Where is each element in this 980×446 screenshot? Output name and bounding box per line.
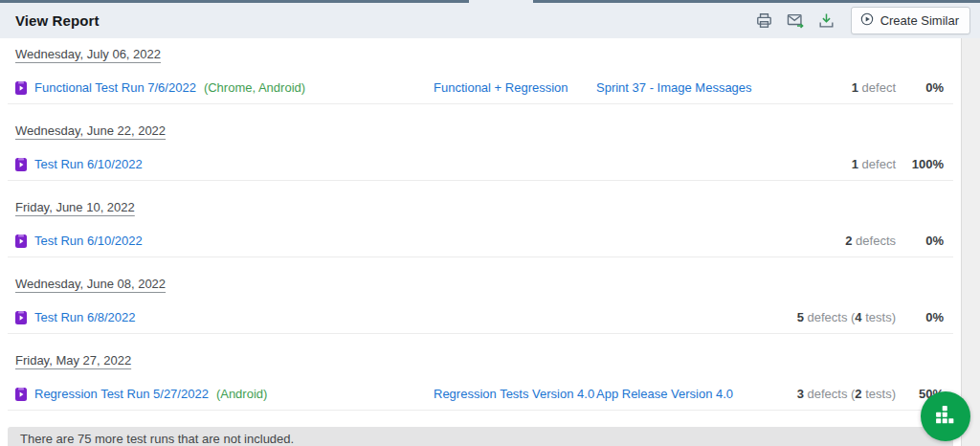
date-group: Wednesday, June 22, 2022 Test Run 6/10/2… xyxy=(0,104,961,181)
defect-count: 1 xyxy=(852,157,858,171)
pass-percent: 0% xyxy=(896,234,944,248)
defects-summary: 5 defects (4 tests) xyxy=(754,310,896,324)
report-blocks-icon xyxy=(935,405,956,429)
defect-count: 3 xyxy=(797,387,804,401)
group-date: Friday, May 27, 2022 xyxy=(15,353,131,368)
play-circle-icon xyxy=(859,11,875,30)
test-run-icon xyxy=(15,81,27,95)
milestone-link[interactable]: Sprint 37 - Image Messages xyxy=(596,80,752,95)
top-border-line xyxy=(0,0,469,3)
defect-count: 5 xyxy=(797,310,804,324)
test-run-link[interactable]: Test Run 6/10/2022 xyxy=(34,234,143,248)
pass-percent: 100% xyxy=(896,157,944,171)
reports-fab-button[interactable] xyxy=(921,391,970,441)
date-group: Wednesday, July 06, 2022 Functional Test… xyxy=(0,38,961,104)
test-count: 2 xyxy=(855,387,861,401)
test-run-icon xyxy=(15,388,27,401)
page-title: View Report xyxy=(15,12,100,29)
test-run-link[interactable]: Test Run 6/10/2022 xyxy=(34,157,143,171)
plan-link[interactable]: Functional + Regression xyxy=(434,80,568,95)
test-run-row: Test Run 6/10/2022 2 defects 0% xyxy=(8,225,953,257)
test-run-link[interactable]: Functional Test Run 7/6/2022 xyxy=(34,80,196,95)
run-config: (Android) xyxy=(216,387,267,401)
printer-icon xyxy=(755,18,773,33)
defects-summary: 3 defects (2 tests) xyxy=(754,387,896,401)
test-run-row: Test Run 6/8/2022 5 defects (4 tests) 0% xyxy=(8,301,953,334)
defects-summary: 1 defect xyxy=(754,157,896,171)
top-border-line xyxy=(533,0,980,3)
email-report-icon xyxy=(786,18,805,33)
report-header: View Report xyxy=(0,0,980,38)
email-report-button[interactable] xyxy=(784,10,807,32)
group-date: Wednesday, June 08, 2022 xyxy=(15,277,166,291)
test-run-link[interactable]: Regression Test Run 5/27/2022 xyxy=(34,387,209,401)
test-run-row: Test Run 6/10/2022 1 defect 100% xyxy=(8,148,953,181)
download-icon xyxy=(817,18,835,33)
header-actions: Create Similar xyxy=(753,7,970,34)
run-config: (Chrome, Android) xyxy=(204,80,305,95)
milestone-link[interactable]: App Release Version 4.0 xyxy=(596,387,733,401)
create-similar-label: Create Similar xyxy=(880,13,959,28)
print-button[interactable] xyxy=(753,10,775,32)
date-group: Wednesday, June 08, 2022 Test Run 6/8/20… xyxy=(0,257,961,334)
plan-link[interactable]: Regression Tests Version 4.0 xyxy=(434,387,594,401)
test-run-icon xyxy=(15,234,27,248)
test-run-icon xyxy=(15,158,27,171)
report-body: Wednesday, July 06, 2022 Functional Test… xyxy=(0,38,962,446)
test-run-row: Regression Test Run 5/27/2022 (Android) … xyxy=(8,378,953,411)
date-group: Friday, June 10, 2022 Test Run 6/10/2022… xyxy=(0,181,961,257)
group-date: Friday, June 10, 2022 xyxy=(15,200,135,214)
download-button[interactable] xyxy=(815,10,837,32)
pass-percent: 0% xyxy=(896,80,944,95)
create-similar-button[interactable]: Create Similar xyxy=(851,7,970,34)
defects-summary: 2 defects xyxy=(754,234,896,248)
test-run-icon xyxy=(15,311,27,324)
view-report-page: View Report xyxy=(0,0,980,446)
date-group: Friday, May 27, 2022 Regression Test Run… xyxy=(0,334,961,411)
more-runs-note: There are 75 more test runs that are not… xyxy=(8,427,953,446)
pass-percent: 0% xyxy=(896,310,944,324)
group-date: Wednesday, June 22, 2022 xyxy=(15,123,166,138)
test-run-link[interactable]: Test Run 6/8/2022 xyxy=(34,310,136,324)
defect-count: 1 xyxy=(852,80,858,95)
defects-summary: 1 defect xyxy=(754,80,896,95)
test-count: 4 xyxy=(855,310,861,324)
test-run-row: Functional Test Run 7/6/2022 (Chrome, An… xyxy=(8,72,953,104)
group-date: Wednesday, July 06, 2022 xyxy=(15,47,161,61)
